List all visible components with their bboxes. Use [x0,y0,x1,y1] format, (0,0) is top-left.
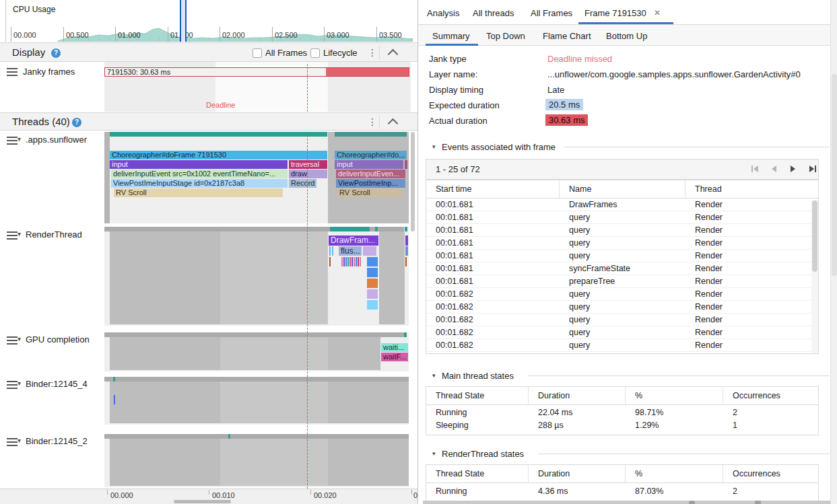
trace-rv-scroll-dim[interactable]: RV Scroll [337,188,403,197]
sunflower-drag-handle-icon[interactable] [7,137,18,145]
next-page-icon[interactable] [791,166,795,172]
thread-label-binder2[interactable]: Binder:12145_2 [26,436,88,446]
state-row[interactable]: Running 22.04 ms 98.71% 2 [426,406,818,419]
trace-deliver-dim[interactable]: deliverInputEven... [336,170,405,178]
event-row[interactable]: 00:01.681 syncFrameState Render [426,262,818,275]
selection-range-handle-left[interactable] [180,0,181,42]
tab-frame-7191530[interactable]: Frame 7191530 [584,8,646,18]
trace-input-dim[interactable]: input [335,160,403,169]
gpu-expander-icon[interactable]: ▾ [18,335,21,343]
tab-frame-close-icon[interactable]: ✕ [654,8,661,17]
col-occurrences[interactable]: Occurrences [723,465,818,482]
event-row[interactable]: 00:01.681 query Render [426,224,818,237]
trace-waitf[interactable]: waitF... [381,353,408,361]
event-row[interactable]: 00:01.681 DrawFrames Render [426,199,818,211]
thread-label-binder4[interactable]: Binder:12145_4 [26,379,88,389]
threads-vertical-scrollbar[interactable] [411,132,415,231]
rt-lavender-bar[interactable] [363,246,376,256]
rt-square-blue1[interactable] [367,257,378,266]
col-duration[interactable]: Duration [529,465,626,482]
events-col-name[interactable]: Name [560,180,685,198]
event-row[interactable]: 00:01.681 query Render [426,211,818,224]
display-more-options-icon[interactable]: ⋮ [368,47,377,58]
tab-bottom-up[interactable]: Bottom Up [606,31,647,41]
event-row[interactable]: 00:01.681 query Render [426,237,818,250]
thread-label-gpu[interactable]: GPU completion [26,334,90,345]
janky-frames-drag-handle-icon[interactable] [7,68,18,76]
trace-draw[interactable]: draw [289,170,327,178]
tab-all-frames[interactable]: All Frames [531,8,572,18]
col-thread-state[interactable]: Thread State [426,465,529,482]
binder2-expander-icon[interactable]: ▾ [18,437,21,444]
selection-range-handle-right[interactable] [185,0,187,42]
gpu-track[interactable]: waiti... waitF... [104,332,409,371]
trace-input[interactable]: input [110,160,288,169]
state-row[interactable]: Running 4.36 ms 87.03% 2 [426,485,818,498]
renderthread-expander-icon[interactable]: ▾ [18,230,21,238]
all-frames-checkbox[interactable] [253,48,262,58]
rt-square-orange[interactable] [367,279,378,288]
left-horizontal-scrollbar[interactable] [0,499,417,504]
renderthread-track[interactable]: DrawFram... flus... [104,227,409,326]
rt-square-blue2[interactable] [367,268,378,277]
sunflower-track[interactable]: Choreographer#doFrame 7191530 input trav… [104,132,409,223]
threads-more-options-icon[interactable]: ⋮ [368,116,377,127]
threads-collapse-icon[interactable] [388,118,399,129]
display-help-icon[interactable]: ? [51,48,61,58]
trace-traversal-dim-sliver[interactable] [405,160,407,169]
tab-summary[interactable]: Summary [432,31,470,41]
sunflower-expander-icon[interactable]: ▾ [18,135,21,143]
trace-traversal[interactable]: traversal [289,160,327,169]
janky-frame-bar[interactable]: 7191530: 30.63 ms [104,67,409,77]
right-bottom-scroll-strip[interactable] [423,501,830,504]
right-panel-scrollbar-thumb[interactable] [832,74,837,276]
events-table-scrollbar[interactable] [811,200,818,353]
col-percent[interactable]: % [626,387,723,404]
last-page-icon[interactable] [809,166,816,172]
trace-waiting[interactable]: waiti... [381,343,408,352]
trace-viewpost-ime[interactable]: ViewPostImeInputStage id=0x2187c3a8 [111,179,288,188]
rt-square-lightblue[interactable] [367,300,378,310]
binder4-expander-icon[interactable]: ▾ [18,380,21,387]
thread-label-sunflower[interactable]: .apps.sunflower [26,135,87,145]
gpu-drag-handle-icon[interactable] [7,336,18,345]
threads-help-icon[interactable]: ? [72,118,81,127]
binder2-drag-handle-icon[interactable] [7,438,18,446]
trace-choreographer-doframe[interactable]: Choreographer#doFrame 7191530 [110,151,327,159]
event-row[interactable]: 00:01.682 query Render [426,339,818,352]
main-states-collapse-icon[interactable]: ▾ [432,372,436,379]
tab-flame-chart[interactable]: Flame Chart [543,31,591,41]
event-row[interactable]: 00:01.682 query Render [426,288,818,301]
event-row[interactable]: 00:01.681 query Render [426,250,818,262]
trace-flush[interactable]: flus... [339,246,362,256]
tab-all-threads[interactable]: All threads [473,8,514,18]
events-col-thread[interactable]: Thread [685,180,818,198]
threads-section-header[interactable]: Threads (40) ? ⋮ [0,112,417,131]
state-row[interactable]: Sleeping 288 µs 1.29% 1 [426,419,818,432]
left-horizontal-scrollbar-thumb[interactable] [174,500,231,503]
event-row[interactable]: 00:01.682 query Render [426,301,818,314]
trace-viewpost-dim[interactable]: ViewPostImeInp... [336,179,405,188]
render-states-collapse-icon[interactable]: ▾ [432,450,436,457]
binder4-track[interactable] [104,377,409,425]
col-duration[interactable]: Duration [529,387,626,404]
thread-label-renderthread[interactable]: RenderThread [26,229,82,240]
event-row[interactable]: 00:01.682 query Render [426,314,818,326]
trace-rv-scroll[interactable]: RV Scroll [114,188,283,197]
event-row[interactable]: 00:01.682 query Render [426,326,818,339]
col-thread-state[interactable]: Thread State [426,387,529,404]
trace-record[interactable]: Record ... [289,179,316,188]
rt-square-lavender[interactable] [367,289,378,299]
trace-drawframes[interactable]: DrawFram... [329,236,378,246]
right-panel-scrollbar[interactable] [830,0,837,504]
trace-deliver-input-event[interactable]: deliverInputEvent src=0x1002 eventTimeNa… [111,170,288,178]
events-table-scrollbar-thumb[interactable] [812,201,817,272]
display-section-header[interactable]: Display ? All Frames Lifecycle ⋮ [0,42,417,62]
binder4-drag-handle-icon[interactable] [7,381,18,389]
trace-choreographer-dim[interactable]: Choreographer#do... [335,151,407,159]
display-collapse-icon[interactable] [388,49,399,60]
renderthread-drag-handle-icon[interactable] [7,231,18,240]
col-occurrences[interactable]: Occurrences [723,387,818,404]
events-section-collapse-icon[interactable]: ▾ [432,143,436,150]
binder2-track[interactable] [104,434,409,487]
